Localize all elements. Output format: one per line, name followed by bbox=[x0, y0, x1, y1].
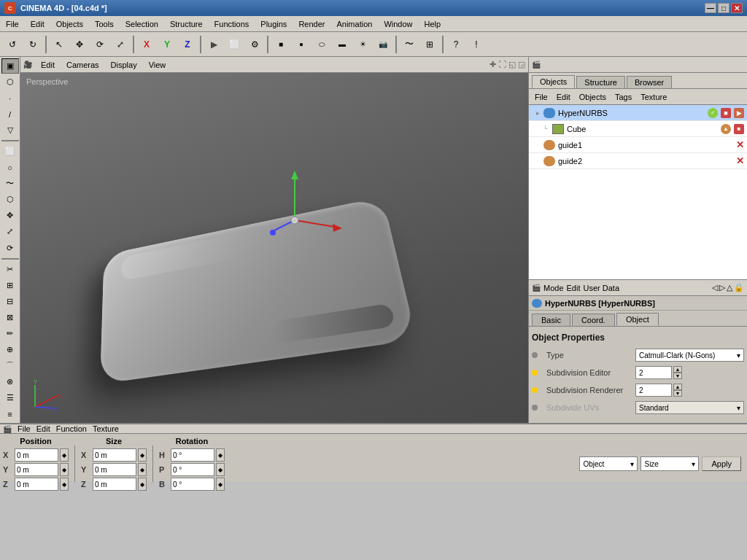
add-light[interactable]: ☀ bbox=[353, 35, 372, 54]
menu-item-plugins[interactable]: Plugins bbox=[255, 16, 293, 31]
type-dropdown[interactable]: Catmull-Clark (N-Gons) ▾ bbox=[635, 349, 744, 362]
axis-x[interactable]: X bbox=[137, 35, 156, 54]
undo-button[interactable]: ↺ bbox=[3, 35, 22, 54]
rpt-objects[interactable]: Objects bbox=[576, 92, 609, 102]
rotate-lt[interactable]: ⟳ bbox=[1, 241, 19, 256]
move-tool[interactable]: ✥ bbox=[70, 35, 89, 54]
tag-cube-1[interactable]: ▲ bbox=[721, 124, 731, 134]
subd-rend-down[interactable]: ▼ bbox=[673, 390, 682, 397]
size-y-input[interactable]: 0 m bbox=[93, 463, 136, 476]
tag-red[interactable]: ■ bbox=[721, 108, 731, 118]
axis-z[interactable]: Z bbox=[178, 35, 197, 54]
rotate-tool[interactable]: ⟳ bbox=[90, 35, 109, 54]
axis-y[interactable]: Y bbox=[158, 35, 177, 54]
obj-guide2[interactable]: guide2 ✕ bbox=[529, 153, 747, 169]
bend-tool[interactable]: ⌒ bbox=[1, 358, 19, 373]
scale-lt[interactable]: ⤢ bbox=[1, 224, 19, 239]
knife-tool[interactable]: ✂ bbox=[1, 262, 19, 277]
subd-ed-up[interactable]: ▲ bbox=[673, 366, 682, 373]
add-cylinder[interactable]: ⬭ bbox=[312, 35, 331, 54]
vt-cameras[interactable]: Cameras bbox=[63, 61, 102, 69]
bt-texture[interactable]: Texture bbox=[93, 424, 119, 433]
rot-h-spin[interactable]: ◆ bbox=[216, 448, 225, 462]
texture-mode[interactable]: ⬡ bbox=[1, 74, 19, 90]
bones-tool[interactable]: ☰ bbox=[1, 390, 19, 405]
vt-edit[interactable]: Edit bbox=[38, 61, 58, 69]
size-y-spin[interactable]: ◆ bbox=[138, 463, 147, 476]
add-cube[interactable]: ■ bbox=[271, 35, 290, 54]
point-mode[interactable]: · bbox=[1, 90, 19, 106]
deform[interactable]: 〜 bbox=[400, 35, 419, 54]
rot-h-input[interactable]: 0 ° bbox=[171, 448, 214, 462]
subd-ed-spinbox[interactable]: 2 bbox=[635, 366, 672, 379]
obj-guide1[interactable]: guide1 ✕ bbox=[529, 137, 747, 153]
menu-item-window[interactable]: Window bbox=[378, 16, 418, 31]
prop-userdata[interactable]: User Data bbox=[584, 284, 620, 292]
select-circle[interactable]: ○ bbox=[1, 160, 19, 175]
minimize-button[interactable]: — bbox=[705, 3, 716, 13]
prop-up[interactable]: △ bbox=[727, 283, 732, 292]
prop-lock[interactable]: 🔒 bbox=[734, 283, 744, 292]
obj-hypernurbs[interactable]: ▸ HyperNURBS ✓ ■ ▶ bbox=[529, 105, 747, 121]
rot-b-spin[interactable]: ◆ bbox=[216, 478, 225, 491]
menu-item-functions[interactable]: Functions bbox=[209, 16, 255, 31]
apply-button[interactable]: Apply bbox=[702, 456, 741, 471]
redo-button[interactable]: ↻ bbox=[23, 35, 42, 54]
menu-item-tools[interactable]: Tools bbox=[89, 16, 120, 31]
rpt-texture[interactable]: Texture bbox=[638, 92, 670, 102]
menu-item-render[interactable]: Render bbox=[293, 16, 330, 31]
bt-function[interactable]: Function bbox=[56, 424, 87, 433]
size-dropdown[interactable]: Size ▾ bbox=[640, 456, 699, 471]
render-settings[interactable]: ⚙ bbox=[245, 35, 264, 54]
prop-tab-coord[interactable]: Coord. bbox=[572, 314, 615, 326]
subd-rend-up[interactable]: ▲ bbox=[673, 384, 682, 390]
info-btn[interactable]: ! bbox=[467, 35, 486, 54]
model-mode[interactable]: ▣ bbox=[1, 58, 19, 74]
subd-ed-down[interactable]: ▼ bbox=[673, 373, 682, 379]
menu-item-objects[interactable]: Objects bbox=[50, 16, 89, 31]
menu-item-structure[interactable]: Structure bbox=[164, 16, 209, 31]
size-x-input[interactable]: 0 m bbox=[93, 448, 136, 462]
object-dropdown[interactable]: Object ▾ bbox=[579, 456, 638, 471]
subd-rend-spinbox[interactable]: 2 bbox=[635, 384, 672, 397]
subduvs-dropdown[interactable]: Standard ▾ bbox=[635, 401, 744, 414]
add-camera[interactable]: 📷 bbox=[374, 35, 392, 54]
poly-mode[interactable]: ▽ bbox=[1, 122, 19, 138]
prop-tab-basic[interactable]: Basic bbox=[532, 314, 570, 326]
add-sphere[interactable]: ● bbox=[292, 35, 311, 54]
rot-b-input[interactable]: 0 ° bbox=[171, 478, 214, 491]
menu-item-animation[interactable]: Animation bbox=[330, 16, 378, 31]
maximize-button[interactable]: □ bbox=[718, 3, 729, 13]
paint-tool[interactable]: ✏ bbox=[1, 326, 19, 341]
prop-edit[interactable]: Edit bbox=[567, 284, 581, 292]
rot-p-input[interactable]: 0 ° bbox=[171, 463, 214, 476]
render-btn[interactable]: ▶ bbox=[204, 35, 223, 54]
bridge-tool[interactable]: ⊟ bbox=[1, 294, 19, 309]
menu-item-help[interactable]: Help bbox=[419, 16, 447, 31]
generator[interactable]: ⊞ bbox=[420, 35, 439, 54]
select-rect[interactable]: ⬜ bbox=[1, 144, 19, 159]
size-x-spin[interactable]: ◆ bbox=[138, 448, 147, 462]
menu-item-selection[interactable]: Selection bbox=[120, 16, 164, 31]
close-button[interactable]: ✕ bbox=[731, 3, 743, 13]
prop-back[interactable]: ◁ bbox=[712, 283, 718, 292]
extrude-tool[interactable]: ⊞ bbox=[1, 278, 19, 293]
coord-z-input[interactable]: 0 m bbox=[15, 478, 58, 491]
coord-y-spin[interactable]: ◆ bbox=[60, 463, 69, 476]
rpt-tags[interactable]: Tags bbox=[612, 92, 635, 102]
magnet-tool[interactable]: ⊕ bbox=[1, 342, 19, 357]
weld-tool[interactable]: ⊠ bbox=[1, 310, 19, 325]
tag-cube-2[interactable]: ■ bbox=[734, 124, 744, 134]
bt-file[interactable]: File bbox=[18, 424, 31, 433]
select-free[interactable]: 〜 bbox=[1, 176, 19, 191]
select-poly[interactable]: ⬡ bbox=[1, 192, 19, 207]
twist-tool[interactable]: ⊗ bbox=[1, 374, 19, 389]
render-region[interactable]: ⬜ bbox=[225, 35, 244, 54]
menu-item-file[interactable]: File bbox=[0, 16, 25, 31]
tab-structure[interactable]: Structure bbox=[576, 76, 625, 88]
coord-x-input[interactable]: 0 m bbox=[15, 448, 58, 462]
bt-edit[interactable]: Edit bbox=[36, 424, 50, 433]
edge-mode[interactable]: / bbox=[1, 106, 19, 122]
vt-display[interactable]: Display bbox=[108, 61, 140, 69]
select-tool[interactable]: ↖ bbox=[50, 35, 69, 54]
